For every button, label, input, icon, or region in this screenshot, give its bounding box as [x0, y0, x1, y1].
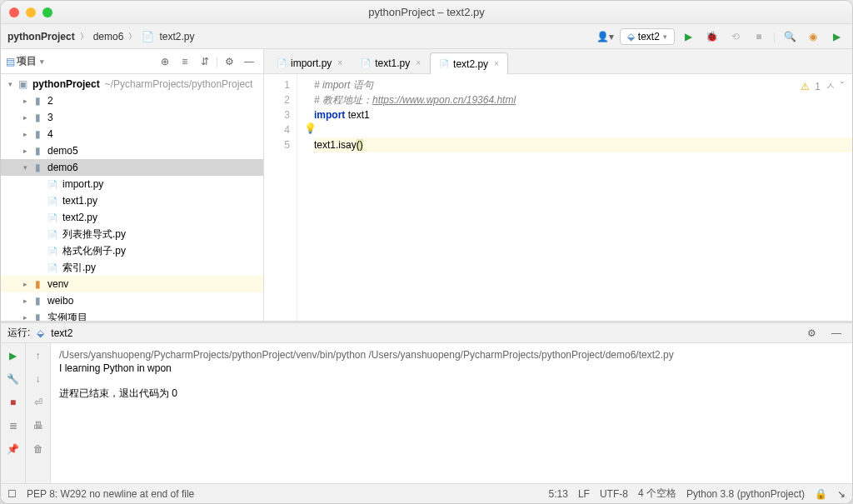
tree-item[interactable]: ▸▮weibo [1, 292, 263, 309]
tree-item[interactable]: 📄import.py [1, 176, 263, 192]
tree-item[interactable]: 📄text2.py [1, 209, 263, 226]
minimize-icon[interactable] [26, 7, 36, 17]
editor-tab[interactable]: 📄import.py× [267, 52, 352, 73]
editor-tab[interactable]: 📄text2.py× [430, 52, 508, 74]
run-config-name: text2 [51, 327, 72, 339]
code[interactable]: # import 语句 # 教程地址：https://www.wpon.cn/1… [314, 74, 852, 321]
ide-window: pythonProject – text2.py pythonProject 〉… [0, 0, 853, 504]
main-area: ▤ 项目 ▾ ⊕ ≡ ⇵ | ⚙ — ▾▣ pythonProject~/Pyc… [1, 49, 852, 321]
stop-button[interactable]: ■ [4, 393, 22, 412]
breadcrumb-file[interactable]: text2.py [159, 31, 194, 42]
code-area[interactable]: 12345 # import 语句 # 教程地址：https://www.wpo… [264, 74, 852, 321]
print-button[interactable]: 🖶 [29, 417, 47, 435]
console-stdout: I learning Python in wpon [59, 362, 844, 375]
debug-button[interactable]: 🐞 [703, 27, 721, 46]
tree-item[interactable]: ▾▮demo6 [1, 159, 263, 176]
sidebar-header: ▤ 项目 ▾ ⊕ ≡ ⇵ | ⚙ — [1, 49, 263, 74]
traffic-lights [9, 7, 52, 17]
gear-icon[interactable]: ⚙ [802, 324, 821, 342]
console-cmd: /Users/yanshuopeng/PycharmProjects/pytho… [59, 348, 844, 362]
close-icon[interactable]: × [416, 58, 421, 67]
tree-item[interactable]: 📄列表推导式.py [1, 226, 263, 242]
console-output[interactable]: /Users/yanshuopeng/PycharmProjects/pytho… [51, 343, 852, 483]
tree-root[interactable]: ▾▣ pythonProject~/PycharmProjects/python… [1, 76, 263, 92]
gutter: 12345 [264, 74, 297, 321]
editor-tab[interactable]: 📄text1.py× [352, 52, 430, 73]
collapse-all-icon[interactable]: ⇵ [196, 52, 214, 71]
hide-icon[interactable]: — [240, 52, 258, 71]
project-tree[interactable]: ▾▣ pythonProject~/PycharmProjects/python… [1, 74, 263, 321]
down-button[interactable]: ↓ [29, 370, 47, 388]
chevron-right-icon: 〉 [128, 31, 137, 42]
status-cursor-pos[interactable]: 5:13 [549, 488, 568, 500]
settings-icon[interactable]: ◉ [804, 27, 822, 46]
breadcrumb[interactable]: pythonProject 〉 demo6 〉 📄 text2.py [7, 31, 593, 42]
statusbar: ☐ PEP 8: W292 no newline at end of file … [1, 483, 852, 503]
layout-button[interactable]: ≣ [4, 417, 22, 435]
console-exit: 进程已结束，退出代码为 0 [59, 387, 844, 400]
window-title: pythonProject – text2.py [1, 6, 852, 18]
status-encoding[interactable]: UTF-8 [600, 488, 628, 500]
pin-button[interactable]: 📌 [4, 440, 22, 458]
navbar: pythonProject 〉 demo6 〉 📄 text2.py 👤▾ ⬙ … [1, 24, 852, 49]
close-icon[interactable]: × [494, 59, 499, 68]
project-sidebar: ▤ 项目 ▾ ⊕ ≡ ⇵ | ⚙ — ▾▣ pythonProject~/Pyc… [1, 49, 264, 321]
wrap-button[interactable]: ⏎ [29, 393, 47, 412]
status-linesep[interactable]: LF [578, 488, 590, 500]
breadcrumb-folder[interactable]: demo6 [93, 31, 124, 42]
status-pep: PEP 8: W292 no newline at end of file [27, 488, 194, 500]
expand-all-icon[interactable]: ≡ [176, 52, 194, 71]
run-gutter-secondary: ↑ ↓ ⏎ 🖶 🗑 [26, 343, 51, 483]
navbar-right: 👤▾ ⬙ text2 ▾ ▶ 🐞 ⟲ ■ | 🔍 ◉ ▶ [596, 27, 846, 46]
gear-icon[interactable]: ⚙ [220, 52, 238, 71]
run-toolwindow: 运行: ⬙ text2 ⚙ — ▶ 🔧 ■ ≣ 📌 ↑ ↓ ⏎ 🖶 🗑 [1, 321, 852, 483]
up-button[interactable]: ↑ [29, 347, 47, 365]
tree-item[interactable]: ▸▮3 [1, 109, 263, 126]
tree-item[interactable]: ▸▮4 [1, 126, 263, 142]
scroll-from-source-icon[interactable]: ⊕ [156, 52, 174, 71]
run-config-select[interactable]: ⬙ text2 ▾ [620, 28, 675, 45]
editor-tabs: 📄import.py×📄text1.py×📄text2.py× [264, 49, 852, 74]
tree-item[interactable]: 📄text1.py [1, 192, 263, 209]
user-icon[interactable]: 👤▾ [596, 27, 615, 46]
hide-icon[interactable]: — [827, 324, 846, 342]
lock-icon[interactable]: 🔒 [815, 488, 827, 500]
coverage-button[interactable]: ⟲ [726, 27, 745, 46]
tree-item[interactable]: ▸▮demo5 [1, 142, 263, 159]
tree-item[interactable]: ▸▮2 [1, 92, 263, 109]
goto-icon[interactable]: ↘ [837, 488, 846, 500]
close-icon[interactable] [9, 7, 19, 17]
more-run-icon[interactable]: ▶ [827, 27, 846, 46]
run-label: 运行: [7, 326, 30, 340]
status-interpreter[interactable]: Python 3.8 (pythonProject) [686, 488, 805, 500]
trash-button[interactable]: 🗑 [29, 440, 47, 458]
rerun-button[interactable]: ▶ [4, 347, 22, 365]
titlebar: pythonProject – text2.py [1, 1, 852, 24]
chevron-right-icon: 〉 [80, 31, 88, 42]
breadcrumb-project[interactable]: pythonProject [7, 31, 75, 42]
tool-button[interactable]: 🔧 [4, 370, 22, 388]
bulb-icon[interactable]: 💡 [304, 122, 317, 134]
run-gutter-primary: ▶ 🔧 ■ ≣ 📌 [1, 343, 26, 483]
status-indent[interactable]: 4 个空格 [638, 487, 676, 501]
tree-item[interactable]: 📄格式化例子.py [1, 242, 263, 259]
run-button[interactable]: ▶ [680, 27, 698, 46]
search-button[interactable]: 🔍 [781, 27, 799, 46]
warning-icon: ⚠ [801, 81, 810, 92]
stop-button[interactable]: ■ [750, 27, 768, 46]
close-icon[interactable]: × [337, 58, 342, 67]
editor: 📄import.py×📄text1.py×📄text2.py× 12345 # … [264, 49, 852, 321]
tree-item[interactable]: ▸▮venv [1, 276, 263, 292]
run-header: 运行: ⬙ text2 ⚙ — [1, 323, 852, 343]
run-body: ▶ 🔧 ■ ≣ 📌 ↑ ↓ ⏎ 🖶 🗑 /Users/yanshuopeng/P… [1, 343, 852, 483]
status-box-icon[interactable]: ☐ [7, 488, 17, 500]
sidebar-title: 项目 [17, 54, 37, 68]
tree-item[interactable]: 📄索引.py [1, 259, 263, 276]
tree-item[interactable]: ▸▮实例项目 [1, 309, 263, 321]
maximize-icon[interactable] [42, 7, 52, 17]
editor-inspection-badge[interactable]: ⚠ 1 ㅅˇ [801, 79, 844, 93]
